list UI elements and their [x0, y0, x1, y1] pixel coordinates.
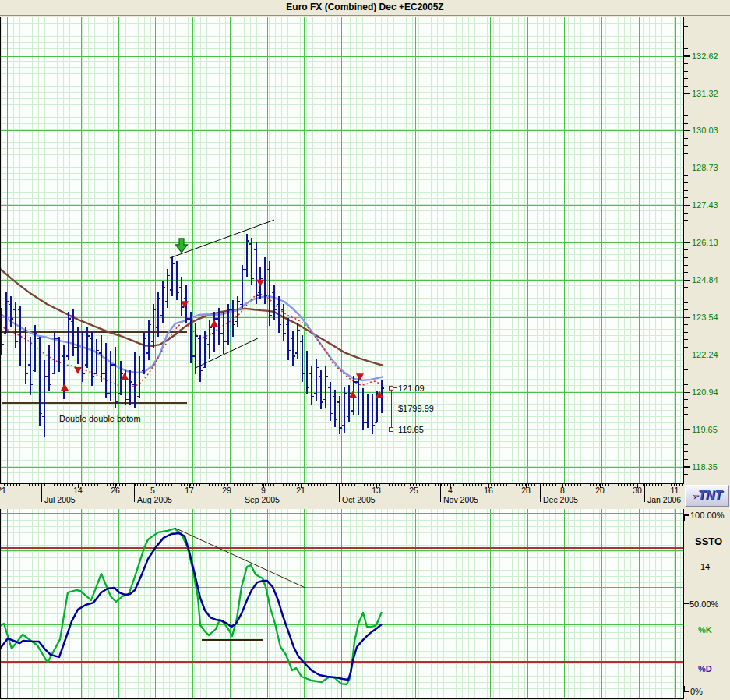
date-day-label: 29 [218, 486, 235, 495]
date-month-label: Jan 2006 [647, 495, 681, 504]
stoch-k-legend: %K [698, 625, 712, 635]
date-day-label: 28 [517, 486, 534, 495]
price-tick-label: 128.73 [692, 163, 718, 172]
tnt-logo[interactable]: ➢ TNT [685, 485, 729, 507]
date-day-label: 9 [255, 486, 272, 495]
date-day-label: 4 [442, 486, 459, 495]
price-tick-label: 130.03 [692, 126, 718, 135]
date-day-label: 14 [69, 486, 86, 495]
stoch-axis-ticks [684, 515, 689, 691]
date-month-label: Nov 2005 [443, 495, 478, 504]
date-day-label: 30 [629, 486, 646, 495]
price-tick-label: 132.62 [692, 51, 718, 61]
price-tick-label: 122.24 [692, 350, 718, 359]
date-day-label: 16 [480, 486, 497, 495]
date-day-label: 11 [666, 486, 683, 495]
date-day-label: 13 [368, 486, 385, 495]
measure-handle[interactable] [390, 386, 393, 390]
price-tick-label: 123.54 [692, 313, 718, 322]
price-tick-label: 131.32 [692, 89, 718, 98]
pattern-annotation-text[interactable]: Double double botom [59, 414, 141, 423]
price-tick-label: 127.43 [692, 200, 718, 210]
price-tick-label: 119.65 [692, 425, 718, 434]
trading-app-window: { "window": { "title": "Euro FX (Combine… [0, 0, 730, 700]
date-day-label: 17 [181, 486, 198, 495]
date-day-label: 8 [554, 486, 571, 495]
date-month-label: Aug 2005 [137, 495, 172, 504]
stoch-d-legend: %D [698, 664, 712, 673]
chart-canvas[interactable] [0, 0, 730, 700]
price-tick-label: 126.13 [692, 238, 718, 247]
date-day-label: 26 [107, 486, 124, 495]
price-tick-label: 118.35 [692, 462, 718, 472]
measure-value-label: $1799.99 [398, 404, 434, 413]
price-axis-ticks [684, 19, 690, 474]
price-tick-label: 120.94 [692, 387, 718, 397]
indicator-period-label: 14 [700, 562, 710, 571]
stoch-50-label: 50.00% [689, 599, 718, 609]
date-day-label: 21 [292, 486, 309, 495]
indicator-name-label[interactable]: SSTO [695, 536, 722, 547]
date-day-label: 25 [405, 486, 422, 495]
date-month-label: Jul 2005 [44, 495, 76, 504]
measure-handle[interactable] [390, 428, 393, 432]
stoch-100-label: 100.00% [690, 511, 724, 520]
price-tick-label: 124.84 [692, 275, 718, 285]
date-day-label: 21 [0, 486, 10, 495]
measure-bottom-label: 119.65 [398, 425, 424, 434]
date-month-label: Sep 2005 [245, 495, 280, 504]
date-month-label: Oct 2005 [342, 495, 376, 504]
date-month-label: Dec 2005 [543, 495, 578, 504]
date-day-label: 5 [144, 486, 161, 495]
date-day-label: 20 [591, 486, 608, 495]
measure-top-label: 121.09 [398, 384, 425, 393]
stoch-0-label: 0% [690, 687, 703, 696]
